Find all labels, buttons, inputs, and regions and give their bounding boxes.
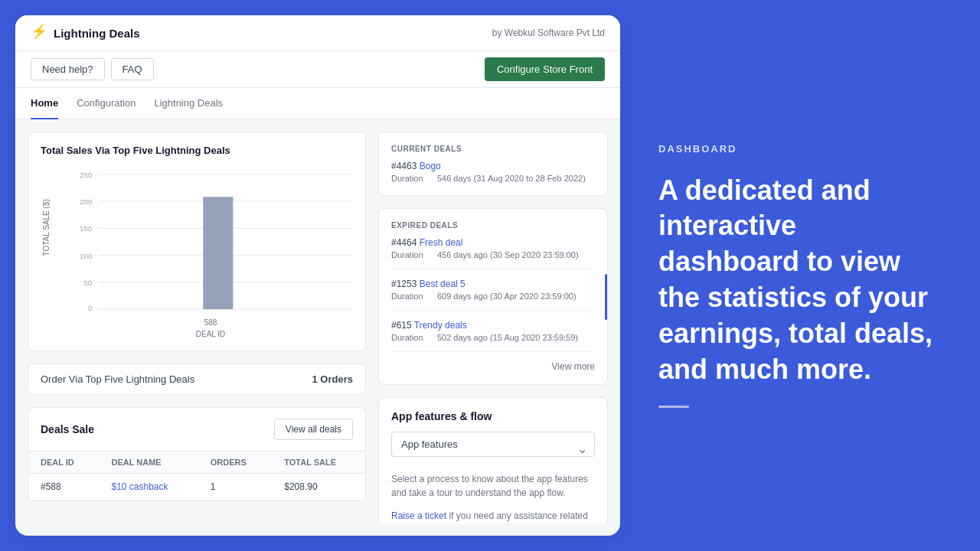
- expired-deal-id-name-4464: #4464 Fresh deal: [391, 237, 595, 248]
- view-more: View more: [391, 361, 595, 372]
- expired-deal-item-1253: #1253 Best deal 5 Duration 609 days ago …: [391, 279, 595, 311]
- expired-deal-item-4464: #4464 Fresh deal Duration 456 days ago (…: [391, 237, 595, 269]
- configure-store-button[interactable]: Configure Store Front: [485, 57, 605, 81]
- need-help-button[interactable]: Need help?: [31, 58, 105, 80]
- hero-text: A dedicated and interactive dashboard to…: [658, 173, 942, 388]
- duration-label-4464: Duration: [391, 250, 423, 259]
- expired-deals-title: EXPIRED DEALS: [391, 221, 595, 230]
- tab-home[interactable]: Home: [31, 88, 58, 119]
- hero-panel: DASHBOARD A dedicated and interactive da…: [620, 0, 980, 551]
- divider-line: [658, 406, 689, 408]
- expired-deal-name-link-615[interactable]: Trendy deals: [414, 320, 467, 331]
- svg-text:50: 50: [83, 279, 92, 287]
- left-column: Total Sales Via Top Five Lightning Deals…: [28, 132, 366, 523]
- expired-deal-duration-4464: Duration 456 days ago (30 Sep 2020 23:59…: [391, 250, 595, 259]
- right-column: CURRENT DEALS #4463 Bogo Duration 546 da…: [378, 132, 608, 523]
- faq-button[interactable]: FAQ: [111, 58, 154, 80]
- current-deals-card: CURRENT DEALS #4463 Bogo Duration 546 da…: [378, 132, 608, 196]
- svg-text:200: 200: [80, 197, 93, 206]
- chart-title: Total Sales Via Top Five Lightning Deals: [41, 145, 353, 156]
- by-text: by Webkul Software Pvt Ltd: [492, 28, 605, 38]
- cell-total-sale: $208.90: [272, 474, 365, 500]
- svg-text:150: 150: [80, 224, 93, 233]
- expired-deal-duration-1253: Duration 609 days ago (30 Apr 2020 23:59…: [391, 292, 595, 301]
- cell-deal-id: #588: [28, 474, 99, 500]
- current-deals-title: CURRENT DEALS: [391, 145, 595, 153]
- col-total-sale: TOTAL SALE: [272, 452, 365, 474]
- chart-x-value: 588: [68, 318, 353, 327]
- current-deal-id-name: #4463 Bogo: [391, 161, 595, 171]
- duration-label: Duration: [391, 174, 423, 183]
- duration-label-615: Duration: [391, 333, 423, 342]
- current-deal-duration: Duration 546 days (31 Aug 2020 to 28 Feb…: [391, 174, 595, 183]
- select-wrapper: App features App flow Configuration: [391, 432, 595, 465]
- svg-text:0: 0: [88, 304, 93, 312]
- app-title-area: ⚡ Lightning Deals: [31, 24, 140, 41]
- tab-configuration[interactable]: Configuration: [77, 88, 136, 119]
- current-deal-item: #4463 Bogo Duration 546 days (31 Aug 202…: [391, 161, 595, 183]
- features-description: Select a process to know about the app f…: [391, 472, 595, 500]
- expired-deal-id-name-1253: #1253 Best deal 5: [391, 279, 595, 289]
- app-features-dropdown[interactable]: App features App flow Configuration: [391, 432, 595, 457]
- app-title: Lightning Deals: [54, 27, 140, 40]
- dashboard-label: DASHBOARD: [658, 143, 942, 155]
- expired-deal-duration-615: Duration 502 days ago (15 Aug 2020 23:59…: [391, 333, 595, 342]
- app-features-card: App features & flow App features App flo…: [378, 397, 608, 523]
- raise-ticket-link[interactable]: Raise a ticket: [391, 510, 446, 521]
- right-col-inner: CURRENT DEALS #4463 Bogo Duration 546 da…: [378, 132, 608, 523]
- svg-text:100: 100: [80, 252, 93, 260]
- app-header: ⚡ Lightning Deals by Webkul Software Pvt…: [15, 15, 620, 51]
- chart-y-label: TOTAL SALE ($): [42, 199, 51, 256]
- duration-value-4464: 456 days ago (30 Sep 2020 23:59:00): [437, 250, 579, 259]
- toolbar: Need help? FAQ Configure Store Front: [15, 51, 620, 88]
- duration-value: 546 days (31 Aug 2020 to 28 Feb 2022): [437, 174, 586, 183]
- col-orders: ORDERS: [198, 452, 272, 474]
- cell-deal-name: $10 cashback: [99, 474, 198, 500]
- deal-name-link[interactable]: $10 cashback: [111, 481, 168, 492]
- lightning-icon: ⚡: [31, 24, 47, 41]
- tab-lightning-deals[interactable]: Lightning Deals: [154, 88, 223, 119]
- svg-rect-12: [203, 197, 233, 309]
- toolbar-left: Need help? FAQ: [31, 58, 154, 80]
- chart-x-label: DEAL ID: [68, 330, 353, 338]
- current-deal-id: #4463: [391, 161, 420, 171]
- chart-card: Total Sales Via Top Five Lightning Deals…: [28, 132, 366, 351]
- chart-area: 250 200 150 100 50 0: [68, 165, 353, 318]
- expired-deal-id-615: #615: [391, 320, 414, 331]
- expired-deal-item-615: #615 Trendy deals Duration 502 days ago …: [391, 320, 595, 352]
- expired-deal-id-1253: #1253: [391, 279, 420, 289]
- expired-deal-name-link-1253[interactable]: Best deal 5: [420, 279, 466, 289]
- expired-deal-id-name-615: #615 Trendy deals: [391, 320, 595, 331]
- orders-value: 1 Orders: [312, 373, 353, 385]
- view-all-deals-button[interactable]: View all deals: [274, 419, 353, 440]
- table-row: #588 $10 cashback 1 $208.90: [28, 474, 365, 500]
- svg-text:250: 250: [80, 171, 93, 179]
- raise-ticket-text: Raise a ticket if you need any assistanc…: [391, 509, 595, 523]
- expired-deals-card: EXPIRED DEALS #4464 Fresh deal Duration …: [378, 208, 608, 385]
- main-content: Total Sales Via Top Five Lightning Deals…: [15, 119, 620, 536]
- expired-deal-id-4464: #4464: [391, 237, 420, 248]
- app-features-title: App features & flow: [391, 410, 595, 422]
- duration-value-1253: 609 days ago (30 Apr 2020 23:59:00): [437, 292, 577, 301]
- col-deal-name: DEAL NAME: [99, 452, 198, 474]
- col-deal-id: DEAL ID: [28, 452, 99, 474]
- scroll-indicator: [605, 274, 607, 320]
- deals-sale-title: Deals Sale: [41, 423, 94, 435]
- nav-tabs: Home Configuration Lightning Deals: [15, 88, 620, 119]
- deals-sale-card: Deals Sale View all deals DEAL ID DEAL N…: [28, 407, 366, 501]
- current-deal-name-link[interactable]: Bogo: [420, 161, 441, 171]
- cell-orders: 1: [198, 474, 272, 500]
- view-more-label[interactable]: View more: [552, 361, 595, 372]
- orders-label: Order Via Top Five Lightning Deals: [41, 373, 194, 385]
- deals-table: DEAL ID DEAL NAME ORDERS TOTAL SALE #588…: [28, 451, 365, 500]
- deals-card-header: Deals Sale View all deals: [28, 408, 365, 451]
- duration-value-615: 502 days ago (15 Aug 2020 23:59:59): [437, 333, 578, 342]
- expired-deal-name-link-4464[interactable]: Fresh deal: [420, 237, 463, 248]
- duration-label-1253: Duration: [391, 292, 423, 301]
- orders-row: Order Via Top Five Lightning Deals 1 Ord…: [28, 364, 366, 395]
